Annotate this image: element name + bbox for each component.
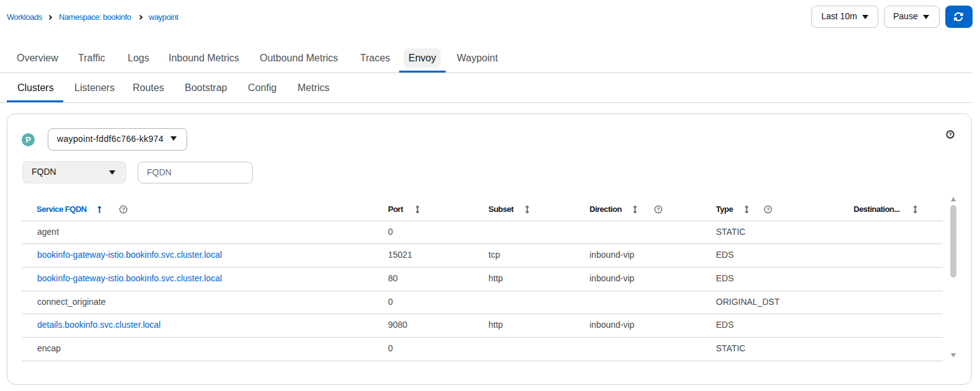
- svg-text:?: ?: [121, 206, 125, 213]
- svg-text:?: ?: [766, 206, 769, 213]
- svg-text:?: ?: [948, 131, 951, 137]
- svg-text:?: ?: [656, 206, 660, 213]
